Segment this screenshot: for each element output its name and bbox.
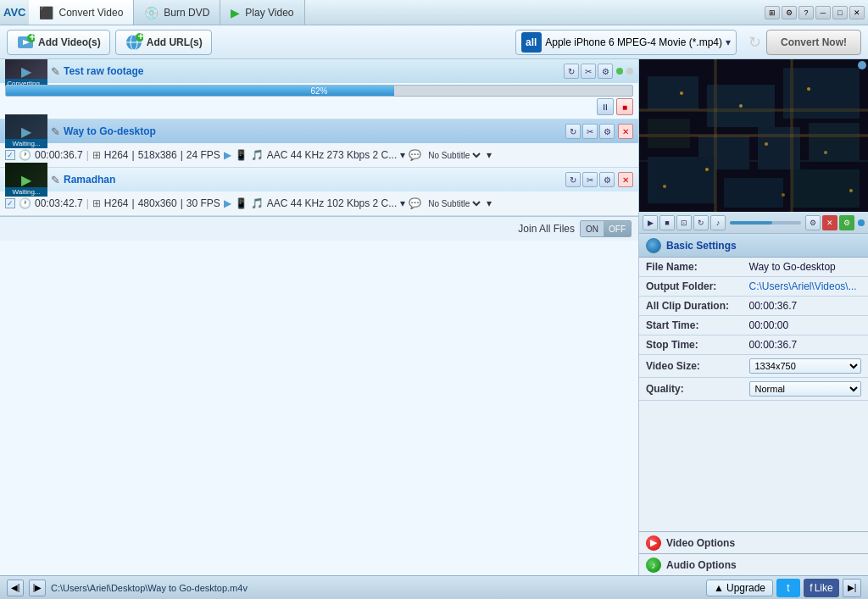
cut-button-2[interactable]: ✂ (582, 124, 598, 139)
remove-button-2[interactable]: ✕ (618, 124, 633, 139)
facebook-button[interactable]: f Like (804, 579, 839, 597)
player-slider[interactable] (730, 221, 801, 225)
player-green-icon[interactable]: ⚙ (839, 215, 854, 230)
add-url-button[interactable]: + Add URL(s) (115, 30, 212, 55)
svg-rect-22 (758, 127, 800, 169)
preview-scene (639, 59, 868, 212)
subtitle-select-2[interactable]: No Subtitle (425, 150, 483, 161)
stop-time-label: Stop Time: (639, 336, 743, 355)
settings-button-2[interactable]: ⚙ (599, 124, 615, 139)
video-options-row[interactable]: ▶ Video Options (639, 531, 868, 553)
cut-button-1[interactable]: ✂ (581, 64, 596, 79)
status-bar: ◀| |▶ C:\Users\Ariel\Desktop\Way to Go-d… (0, 575, 868, 599)
status-path: C:\Users\Ariel\Desktop\Way to Go-desktop… (51, 583, 701, 593)
player-play-button[interactable]: ▶ (643, 215, 658, 230)
settings-button-1[interactable]: ⚙ (598, 64, 613, 79)
title-bar-tabs: ⬛ Convert Video 💿 Burn DVD ▶ Play Video (29, 0, 304, 25)
join-toggle[interactable]: ON OFF (580, 220, 632, 237)
checkbox-2[interactable]: ✓ (5, 150, 15, 160)
player-crop-button[interactable]: ⊡ (676, 215, 692, 230)
quality-select[interactable]: Normal High Low (749, 381, 862, 397)
convert-video-icon: ⬛ (39, 6, 53, 19)
preview-status-dot (858, 61, 866, 69)
video-size-select[interactable]: 1334x750 1920x1080 1280x720 (749, 358, 862, 374)
tab-convert-label: Convert Video (58, 7, 123, 19)
progress-row-1: 62% ⏸ ■ (0, 83, 638, 119)
list-item: ▶ Waiting... ✎ Ramadhan ↻ ✂ ⚙ ✕ ✓ 🕐 00:0… (0, 168, 638, 216)
gear-icon[interactable]: ⚙ (782, 6, 797, 19)
format-icon: all (521, 32, 542, 53)
file-title-2[interactable]: Way to Go-desktop (64, 125, 562, 137)
status-dot-1b (626, 68, 633, 75)
file-header-1: ▶ Converting... ✎ Test raw footage ↻ ✂ ⚙ (0, 59, 638, 83)
upload-icon: ▲ (714, 582, 724, 594)
player-stop-button[interactable]: ■ (659, 215, 675, 230)
settings-button-3[interactable]: ⚙ (599, 172, 615, 187)
close-button[interactable]: ✕ (849, 6, 865, 19)
minimize-button[interactable]: ─ (815, 6, 831, 19)
fb-like-label: Like (815, 582, 833, 594)
stop-time-value: 00:00:36.7 (743, 336, 869, 355)
toggle-on-label[interactable]: ON (581, 221, 604, 236)
sep1: | (86, 149, 89, 161)
help-icon[interactable]: ? (798, 6, 814, 19)
nav-end-button[interactable]: ▶| (843, 579, 861, 597)
player-volume-button[interactable]: ♪ (710, 215, 726, 230)
globe-icon (646, 238, 661, 253)
arrow-3: ▶ (224, 197, 231, 209)
nav-forward-button[interactable]: |▶ (29, 580, 46, 596)
format-selector-label: Apple iPhone 6 MPEG-4 Movie (*.mp4) (545, 36, 722, 48)
svg-point-33 (807, 87, 810, 91)
audio-codec-dropdown-2[interactable]: ▾ (400, 149, 405, 161)
tab-burn-dvd[interactable]: 💿 Burn DVD (134, 0, 220, 25)
audio-codec-dropdown-3[interactable]: ▾ (400, 197, 405, 209)
file-title-1[interactable]: Test raw footage (64, 65, 560, 77)
player-red-icon[interactable]: ✕ (822, 215, 837, 230)
nav-back-button[interactable]: ◀| (7, 580, 24, 596)
tab-convert-video[interactable]: ⬛ Convert Video (29, 0, 134, 25)
chevron-down-icon: ▾ (726, 36, 731, 48)
maximize-button[interactable]: □ (832, 6, 848, 19)
toggle-off-label[interactable]: OFF (604, 221, 631, 236)
convert-now-button[interactable]: Convert Now! (766, 30, 861, 55)
refresh-button-1[interactable]: ↻ (564, 64, 579, 79)
upgrade-button[interactable]: ▲ Upgrade (706, 580, 773, 596)
subtitle-dropdown-3[interactable]: ▾ (487, 197, 492, 209)
tab-play-video[interactable]: ▶ Play Video (220, 0, 304, 25)
format-selector[interactable]: all Apple iPhone 6 MPEG-4 Movie (*.mp4) … (515, 30, 737, 55)
cut-button-3[interactable]: ✂ (582, 172, 598, 187)
edit-icon-1[interactable]: ✎ (51, 65, 60, 78)
sep4: | (86, 197, 89, 209)
settings-icon[interactable]: ⊞ (765, 6, 780, 19)
svg-rect-17 (648, 76, 698, 110)
codec-3: H264 (104, 197, 129, 209)
player-settings-button[interactable]: ⚙ (805, 215, 821, 230)
preview-svg (639, 59, 868, 212)
refresh-button-3[interactable]: ↻ (565, 172, 581, 187)
stop-button-1[interactable]: ■ (616, 98, 633, 115)
fps-3: 30 FPS (186, 197, 220, 209)
phone-icon-3: 📱 (235, 197, 248, 209)
subtitle-icon-2: 💬 (409, 149, 421, 161)
player-loop-button[interactable]: ↻ (693, 215, 709, 230)
svg-rect-29 (714, 59, 717, 212)
remove-button-3[interactable]: ✕ (618, 172, 633, 187)
svg-text:all: all (526, 36, 537, 48)
phone-icon-2: 📱 (235, 149, 248, 161)
audio-options-row[interactable]: ♪ Audio Options (639, 553, 868, 575)
add-videos-button[interactable]: + Add Video(s) (7, 30, 110, 55)
subtitle-dropdown-2[interactable]: ▾ (487, 149, 492, 161)
twitter-button[interactable]: t (776, 579, 800, 597)
edit-icon-2[interactable]: ✎ (51, 125, 60, 138)
subtitle-select-3[interactable]: No Subtitle (425, 198, 483, 209)
svg-point-36 (824, 151, 827, 154)
refresh-button-2[interactable]: ↻ (565, 124, 581, 139)
checkbox-3[interactable]: ✓ (5, 198, 15, 208)
file-title-3[interactable]: Ramadhan (64, 174, 562, 186)
progress-text-1: 62% (6, 86, 632, 97)
svg-point-34 (765, 142, 768, 146)
progress-bar-1: 62% (5, 85, 633, 97)
audio-codec-3: AAC 44 KHz 102 Kbps 2 C... (267, 197, 397, 209)
pause-button-1[interactable]: ⏸ (597, 98, 614, 115)
edit-icon-3[interactable]: ✎ (51, 174, 60, 186)
